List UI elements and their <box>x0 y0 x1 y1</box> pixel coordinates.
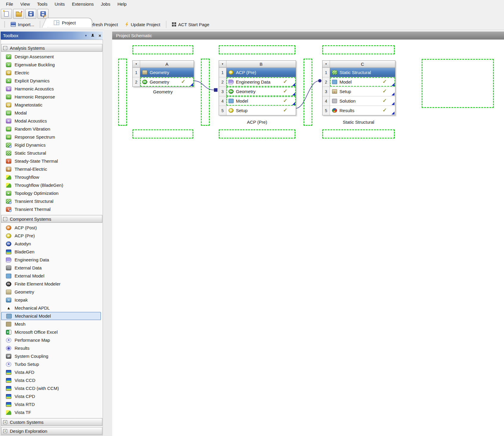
drop-zone-above-c[interactable] <box>322 45 395 54</box>
system-b-row-model[interactable]: 4Model✓ <box>219 96 296 106</box>
toolbox-item-modal[interactable]: Modal <box>1 109 103 117</box>
system-menu-arrow[interactable]: ▼ <box>323 61 330 67</box>
toolbox-item-throughflow[interactable]: Throughflow <box>1 173 103 181</box>
toolbox-item-mesh[interactable]: Mesh <box>1 320 103 328</box>
pin-icon[interactable] <box>91 34 94 37</box>
drop-zone-below-c[interactable] <box>322 129 395 139</box>
system-b-row-acp-pre[interactable]: 1ACP (Pre) <box>219 68 296 77</box>
menu-item-view[interactable]: View <box>20 1 30 7</box>
toolbox-item-explicit-dynamics[interactable]: Explicit Dynamics <box>1 77 103 85</box>
toolbox-item-topology-optimization[interactable]: Topology Optimization <box>1 189 103 197</box>
drop-zone-between-b-c[interactable] <box>303 59 312 126</box>
close-icon[interactable]: × <box>98 33 101 38</box>
toolbox-item-performance-map[interactable]: Performance Map <box>1 336 103 344</box>
collapse-icon[interactable]: − <box>3 46 7 50</box>
toolbox-item-throughflow-bladegen[interactable]: Throughflow (BladeGen) <box>1 181 103 189</box>
save-as-button[interactable] <box>37 9 48 19</box>
chevron-down-icon[interactable]: ▼ <box>84 34 87 37</box>
drop-zone-above-a[interactable] <box>132 45 193 54</box>
menu-item-extensions[interactable]: Extensions <box>71 1 94 7</box>
menu-item-tools[interactable]: Tools <box>36 1 48 7</box>
drop-zone-above-b[interactable] <box>219 45 295 54</box>
toolbox-item-vista-cpd[interactable]: Vista CPD <box>1 392 103 400</box>
toolbox-item-transient-structural[interactable]: Transient Structural <box>1 197 103 205</box>
system-a[interactable]: ▼A1Geometry2Geometry✓ <box>132 60 194 87</box>
new-file-button[interactable] <box>1 9 12 19</box>
system-b-row-geometry[interactable]: 3Geometry✓ <box>219 87 296 96</box>
toolbox-item-microsoft-office-excel[interactable]: Microsoft Office Excel <box>1 328 103 336</box>
toolbox-item-system-coupling[interactable]: System Coupling <box>1 352 103 360</box>
toolbox-item-transient-thermal[interactable]: Transient Thermal <box>1 205 103 213</box>
project-schematic-canvas[interactable]: ▼A1Geometry2Geometry✓Geometry▼B1ACP (Pre… <box>112 40 504 436</box>
toolbox-item-mechanical-apdl[interactable]: Mechanical APDL <box>1 304 103 312</box>
toolbox-item-vista-ccd[interactable]: Vista CCD <box>1 376 103 384</box>
toolbox-section-design-exploration[interactable]: +Design Exploration <box>1 427 102 435</box>
system-c-row-solution[interactable]: 4Solution✓ <box>323 96 395 106</box>
toolbox-item-electric[interactable]: Electric <box>1 69 103 77</box>
toolbox-item-harmonic-acoustics[interactable]: Harmonic Acoustics <box>1 85 103 93</box>
system-c[interactable]: ▼C1Static Structural2Model✓3Setup✓4Solut… <box>322 60 395 115</box>
toolbox-item-bladegen[interactable]: BladeGen <box>1 248 103 256</box>
toolbox-section-custom-systems[interactable]: +Custom Systems <box>1 418 102 426</box>
toolbox-item-finite-element-modeler[interactable]: Finite Element Modeler <box>1 280 103 288</box>
toolbox-item-icepak[interactable]: Icepak <box>1 296 103 304</box>
toolbox-item-harmonic-response[interactable]: Harmonic Response <box>1 93 103 101</box>
system-b[interactable]: ▼B1ACP (Pre)2Engineering Data✓3Geometry✓… <box>219 60 296 115</box>
toolbox-item-steady-state-thermal[interactable]: Steady-State Thermal <box>1 157 103 165</box>
toolbox-section-component-systems[interactable]: −Component Systems <box>1 215 102 223</box>
act-start-page-button[interactable]: ACT Start Page <box>170 21 212 28</box>
panel-splitter[interactable] <box>104 30 112 436</box>
system-letter-a[interactable]: A <box>140 61 194 67</box>
tab-project[interactable]: Project <box>48 18 92 27</box>
menu-item-jobs[interactable]: Jobs <box>100 1 111 7</box>
toolbox-item-results[interactable]: Results <box>1 344 103 352</box>
toolbox-section-analysis-systems[interactable]: −Analysis Systems <box>1 44 102 52</box>
save-button[interactable] <box>25 9 36 19</box>
toolbox-item-mechanical-model[interactable]: Mechanical Model <box>1 312 101 320</box>
menu-item-units[interactable]: Units <box>54 1 65 7</box>
toolbox-item-eigenvalue-buckling[interactable]: Eigenvalue Buckling <box>1 61 103 69</box>
toolbox-item-rigid-dynamics[interactable]: Rigid Dynamics <box>1 141 103 149</box>
system-menu-arrow[interactable]: ▼ <box>133 61 140 67</box>
toolbox-item-vista-rtd[interactable]: Vista RTD <box>1 400 103 408</box>
toolbox-item-external-model[interactable]: External Model <box>1 272 103 280</box>
drop-zone-between-a-b[interactable] <box>201 59 210 126</box>
drop-zone-left-of-a[interactable] <box>118 59 127 126</box>
system-c-row-model[interactable]: 2Model✓ <box>323 77 395 87</box>
collapse-icon[interactable]: − <box>3 217 7 221</box>
toolbox-item-autodyn[interactable]: Autodyn <box>1 240 103 248</box>
system-letter-c[interactable]: C <box>330 61 395 67</box>
expand-icon[interactable]: + <box>3 420 7 424</box>
toolbox-item-design-assessment[interactable]: Design Assessment <box>1 53 103 61</box>
toolbox-item-engineering-data[interactable]: Engineering Data <box>1 256 103 264</box>
open-file-button[interactable] <box>13 9 24 19</box>
toolbox-item-modal-acoustics[interactable]: Modal Acoustics <box>1 117 103 125</box>
system-letter-b[interactable]: B <box>226 61 296 67</box>
system-b-row-engineering-data[interactable]: 2Engineering Data✓ <box>219 77 296 87</box>
system-c-row-results[interactable]: 5Results✓ <box>323 106 395 115</box>
toolbox-item-geometry[interactable]: Geometry <box>1 288 103 296</box>
update-project-button[interactable]: Update Project <box>123 21 163 28</box>
drop-zone-below-a[interactable] <box>132 129 193 139</box>
toolbox-item-random-vibration[interactable]: Random Vibration <box>1 125 103 133</box>
system-b-row-setup[interactable]: 5Setup✓ <box>219 106 296 115</box>
toolbox-item-response-spectrum[interactable]: Response Spectrum <box>1 133 103 141</box>
system-c-row-static-structural[interactable]: 1Static Structural <box>323 68 395 77</box>
system-a-row-geometry[interactable]: 2Geometry✓ <box>133 77 194 87</box>
toolbox-item-magnetostatic[interactable]: Magnetostatic <box>1 101 103 109</box>
drop-zone-new-system[interactable] <box>422 59 494 108</box>
drop-zone-below-b[interactable] <box>219 129 295 139</box>
expand-icon[interactable]: + <box>3 429 7 433</box>
system-menu-arrow[interactable]: ▼ <box>219 61 226 67</box>
system-c-row-setup[interactable]: 3Setup✓ <box>323 87 395 96</box>
system-a-row-geometry[interactable]: 1Geometry <box>133 68 194 77</box>
toolbox-item-external-data[interactable]: External Data <box>1 264 103 272</box>
toolbox-item-thermal-electric[interactable]: Thermal-Electric <box>1 165 103 173</box>
toolbox-item-vista-afd[interactable]: Vista AFD <box>1 368 103 376</box>
menu-item-help[interactable]: Help <box>117 1 127 7</box>
import-button[interactable]: Import... <box>8 21 37 28</box>
toolbox-item-vista-ccd-with-ccm[interactable]: Vista CCD (with CCM) <box>1 384 103 392</box>
toolbox-item-turbo-setup[interactable]: Turbo Setup <box>1 360 103 368</box>
toolbox-item-acp-post[interactable]: ACP (Post) <box>1 224 103 232</box>
menu-item-file[interactable]: File <box>5 1 14 7</box>
